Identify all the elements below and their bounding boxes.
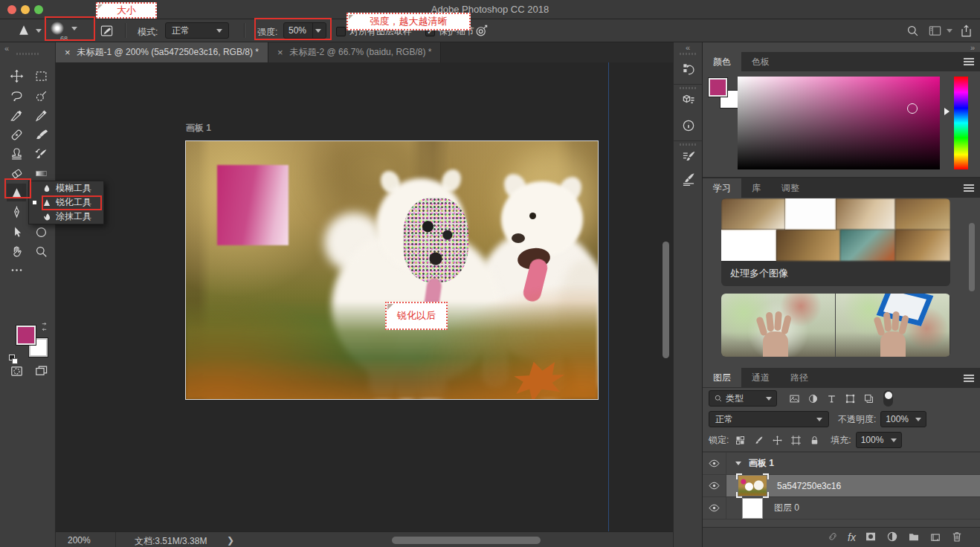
- panel-menu-icon[interactable]: [964, 378, 974, 379]
- layer-thumbnail[interactable]: [743, 499, 762, 518]
- tab-paths[interactable]: 路径: [780, 368, 819, 387]
- tab-layers[interactable]: 图层: [703, 368, 741, 387]
- panel-gripper[interactable]: [680, 53, 697, 55]
- filter-type-dropdown[interactable]: 类型: [709, 390, 777, 407]
- sharpen-tool[interactable]: [7, 184, 26, 201]
- properties-panel-button[interactable]: [680, 91, 697, 109]
- filter-shape-layers-button[interactable]: [845, 393, 856, 404]
- path-selection-tool[interactable]: [7, 223, 26, 241]
- expand-panels-icon[interactable]: «: [686, 43, 689, 52]
- learn-card-process-images[interactable]: 处理多个图像: [721, 198, 950, 286]
- clone-stamp-tool[interactable]: [7, 145, 26, 163]
- quick-selection-tool[interactable]: [31, 87, 51, 105]
- zoom-level[interactable]: 200%: [68, 535, 91, 546]
- strength-dropdown[interactable]: 50%: [283, 22, 326, 39]
- canvas-viewport[interactable]: 画板 1: [56, 62, 673, 531]
- document-tab-2[interactable]: × 未标题-2 @ 66.7% (baidu, RGB/8) *: [268, 42, 442, 62]
- pen-tool[interactable]: [7, 203, 26, 221]
- screen-mode-button[interactable]: [31, 362, 51, 380]
- eyedropper-tool[interactable]: [31, 106, 51, 124]
- brush-size-picker[interactable]: 68: [51, 22, 77, 42]
- new-group-button[interactable]: [907, 530, 921, 546]
- airbrush-toggle[interactable]: [474, 24, 489, 38]
- mode-dropdown[interactable]: 正常: [165, 22, 229, 39]
- menu-item-sharpen-tool[interactable]: 锐化工具: [29, 195, 103, 210]
- swap-colors-button[interactable]: [39, 322, 49, 334]
- eraser-tool[interactable]: [7, 164, 26, 182]
- panel-menu-icon[interactable]: [964, 61, 974, 62]
- link-layers-button[interactable]: [826, 530, 839, 546]
- blend-mode-dropdown[interactable]: 正常: [709, 411, 829, 427]
- history-brush-tool[interactable]: [31, 145, 51, 163]
- crop-tool[interactable]: [7, 106, 26, 124]
- tab-color[interactable]: 颜色: [703, 52, 741, 71]
- lasso-tool[interactable]: [7, 87, 26, 105]
- brush-settings-panel-button[interactable]: [680, 148, 697, 166]
- brushes-panel-button[interactable]: [680, 170, 697, 188]
- layer-styles-button[interactable]: fx: [848, 531, 856, 543]
- panel-gripper[interactable]: [680, 87, 697, 89]
- brush-settings-toggle[interactable]: [100, 24, 114, 38]
- brush-tool[interactable]: [31, 126, 51, 143]
- filter-adjustment-layers-button[interactable]: [807, 393, 819, 404]
- vertical-scrollbar[interactable]: [663, 242, 669, 358]
- lock-image-pixels-button[interactable]: [753, 435, 764, 446]
- learn-scrollbar[interactable]: [969, 223, 975, 291]
- search-button[interactable]: [906, 24, 920, 38]
- layer-row-layer0[interactable]: 图层 0: [703, 497, 980, 520]
- layer-row-image-selected[interactable]: 5a547250e3c16: [703, 475, 980, 497]
- collapse-panels-icon[interactable]: »: [970, 43, 974, 52]
- tab-libraries[interactable]: 库: [741, 178, 771, 198]
- marquee-tool[interactable]: [31, 67, 51, 85]
- lock-artboard-button[interactable]: [790, 435, 802, 446]
- gradient-tool[interactable]: [31, 164, 51, 182]
- tool-preset-picker[interactable]: [16, 23, 42, 38]
- lock-transparent-pixels-button[interactable]: [735, 435, 746, 446]
- filter-type-layers-button[interactable]: [826, 393, 837, 404]
- filter-pixel-layers-button[interactable]: [789, 393, 800, 404]
- history-panel-button[interactable]: [680, 60, 697, 78]
- foreground-color-swatch[interactable]: [16, 326, 36, 345]
- add-layer-mask-button[interactable]: [864, 530, 877, 546]
- panel-gripper[interactable]: [680, 143, 697, 146]
- workspace-switcher[interactable]: [928, 24, 952, 38]
- tab-learn[interactable]: 学习: [703, 178, 741, 198]
- visibility-toggle[interactable]: [703, 475, 726, 496]
- color-picker-cursor[interactable]: [907, 103, 918, 114]
- close-icon[interactable]: ×: [65, 47, 71, 58]
- zoom-tool[interactable]: [31, 242, 51, 260]
- edit-toolbar-button[interactable]: [7, 261, 26, 279]
- collapse-tools-icon[interactable]: «: [4, 44, 8, 53]
- info-panel-button[interactable]: [680, 117, 697, 135]
- quick-mask-button[interactable]: [7, 362, 26, 380]
- delete-layer-button[interactable]: [950, 530, 964, 546]
- ellipse-tool[interactable]: [31, 223, 51, 241]
- canvas-image[interactable]: [186, 141, 598, 399]
- visibility-toggle[interactable]: [703, 497, 726, 519]
- menu-item-blur-tool[interactable]: 模糊工具: [29, 181, 103, 195]
- opacity-dropdown[interactable]: 100%: [880, 411, 926, 427]
- lock-position-button[interactable]: [772, 435, 783, 446]
- filter-smart-objects-button[interactable]: [863, 393, 874, 404]
- status-expand-icon[interactable]: ❯: [227, 535, 234, 546]
- visibility-toggle[interactable]: [703, 453, 726, 474]
- panel-gripper[interactable]: [16, 53, 39, 55]
- new-layer-button[interactable]: [929, 530, 942, 546]
- tab-adjustments[interactable]: 调整: [771, 178, 810, 198]
- layer-thumbnail[interactable]: [738, 476, 767, 496]
- panel-menu-icon[interactable]: [964, 187, 974, 189]
- close-icon[interactable]: ×: [277, 47, 283, 58]
- filter-toggle-switch[interactable]: [883, 390, 893, 407]
- document-tab-1[interactable]: × 未标题-1 @ 200% (5a547250e3c16, RGB/8) *: [56, 42, 268, 62]
- new-adjustment-layer-button[interactable]: [886, 530, 899, 546]
- lock-all-button[interactable]: [809, 435, 820, 446]
- menu-item-smudge-tool[interactable]: 涂抹工具: [29, 210, 103, 224]
- share-button[interactable]: [959, 24, 973, 38]
- hue-slider[interactable]: [954, 77, 968, 169]
- saturation-brightness-field[interactable]: [738, 77, 940, 169]
- expand-chevron-icon[interactable]: [735, 462, 741, 465]
- healing-brush-tool[interactable]: [7, 126, 26, 143]
- fill-dropdown[interactable]: 100%: [856, 432, 902, 448]
- learn-card-hands[interactable]: [721, 294, 950, 357]
- move-tool[interactable]: [7, 67, 26, 85]
